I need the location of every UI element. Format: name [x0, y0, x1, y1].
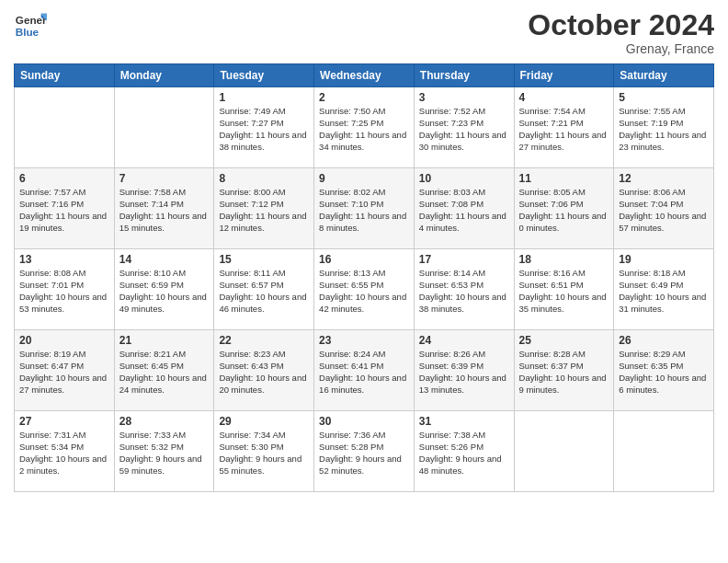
day-info: Sunrise: 8:11 AM Sunset: 6:57 PM Dayligh… — [219, 268, 309, 315]
day-number: 31 — [419, 415, 509, 428]
day-cell: 16Sunrise: 8:13 AM Sunset: 6:55 PM Dayli… — [314, 249, 415, 330]
weekday-header-cell: Friday — [514, 64, 614, 87]
day-number: 27 — [19, 415, 109, 428]
day-number: 11 — [519, 172, 609, 185]
day-cell: 22Sunrise: 8:23 AM Sunset: 6:43 PM Dayli… — [214, 330, 314, 411]
weekday-header-cell: Wednesday — [314, 64, 415, 87]
day-cell: 21Sunrise: 8:21 AM Sunset: 6:45 PM Dayli… — [114, 330, 214, 411]
day-cell — [15, 87, 115, 168]
day-info: Sunrise: 7:54 AM Sunset: 7:21 PM Dayligh… — [519, 106, 609, 153]
day-number: 23 — [319, 334, 409, 347]
day-cell — [114, 87, 214, 168]
day-cell: 25Sunrise: 8:28 AM Sunset: 6:37 PM Dayli… — [514, 330, 614, 411]
day-info: Sunrise: 8:18 AM Sunset: 6:49 PM Dayligh… — [619, 268, 709, 315]
day-cell: 24Sunrise: 8:26 AM Sunset: 6:39 PM Dayli… — [414, 330, 514, 411]
day-cell: 10Sunrise: 8:03 AM Sunset: 7:08 PM Dayli… — [414, 168, 514, 249]
day-cell: 1Sunrise: 7:49 AM Sunset: 7:27 PM Daylig… — [214, 87, 314, 168]
day-info: Sunrise: 7:55 AM Sunset: 7:19 PM Dayligh… — [619, 106, 709, 153]
day-number: 29 — [219, 415, 309, 428]
day-cell: 30Sunrise: 7:36 AM Sunset: 5:28 PM Dayli… — [314, 411, 415, 492]
day-info: Sunrise: 8:05 AM Sunset: 7:06 PM Dayligh… — [519, 187, 609, 234]
day-number: 4 — [519, 91, 609, 104]
day-cell: 7Sunrise: 7:58 AM Sunset: 7:14 PM Daylig… — [114, 168, 214, 249]
day-number: 22 — [219, 334, 309, 347]
day-info: Sunrise: 8:24 AM Sunset: 6:41 PM Dayligh… — [319, 349, 409, 396]
week-row: 1Sunrise: 7:49 AM Sunset: 7:27 PM Daylig… — [15, 87, 714, 168]
day-cell: 4Sunrise: 7:54 AM Sunset: 7:21 PM Daylig… — [514, 87, 614, 168]
day-number: 7 — [119, 172, 210, 185]
day-cell: 18Sunrise: 8:16 AM Sunset: 6:51 PM Dayli… — [514, 249, 614, 330]
day-number: 5 — [619, 91, 709, 104]
day-cell: 23Sunrise: 8:24 AM Sunset: 6:41 PM Dayli… — [314, 330, 415, 411]
day-info: Sunrise: 8:23 AM Sunset: 6:43 PM Dayligh… — [219, 349, 309, 396]
logo: GeneralBlue — [14, 9, 47, 42]
day-number: 24 — [419, 334, 509, 347]
day-info: Sunrise: 8:13 AM Sunset: 6:55 PM Dayligh… — [319, 268, 409, 315]
day-cell: 5Sunrise: 7:55 AM Sunset: 7:19 PM Daylig… — [614, 87, 714, 168]
day-info: Sunrise: 7:49 AM Sunset: 7:27 PM Dayligh… — [219, 106, 309, 153]
day-number: 1 — [219, 91, 309, 104]
day-info: Sunrise: 8:10 AM Sunset: 6:59 PM Dayligh… — [119, 268, 210, 315]
day-info: Sunrise: 8:08 AM Sunset: 7:01 PM Dayligh… — [19, 268, 109, 315]
weekday-header-row: SundayMondayTuesdayWednesdayThursdayFrid… — [15, 64, 714, 87]
day-info: Sunrise: 8:21 AM Sunset: 6:45 PM Dayligh… — [119, 349, 210, 396]
day-cell: 6Sunrise: 7:57 AM Sunset: 7:16 PM Daylig… — [15, 168, 115, 249]
day-cell: 27Sunrise: 7:31 AM Sunset: 5:34 PM Dayli… — [15, 411, 115, 492]
day-number: 10 — [419, 172, 509, 185]
day-number: 9 — [319, 172, 409, 185]
day-number: 18 — [519, 253, 609, 266]
day-info: Sunrise: 7:58 AM Sunset: 7:14 PM Dayligh… — [119, 187, 210, 234]
month-title: October 2024 — [528, 9, 714, 41]
day-number: 21 — [119, 334, 210, 347]
day-info: Sunrise: 7:38 AM Sunset: 5:26 PM Dayligh… — [419, 430, 509, 477]
day-number: 25 — [519, 334, 609, 347]
day-info: Sunrise: 8:00 AM Sunset: 7:12 PM Dayligh… — [219, 187, 309, 234]
weekday-header-cell: Sunday — [15, 64, 115, 87]
location: Grenay, France — [528, 41, 714, 56]
page: GeneralBlue October 2024 Grenay, France … — [0, 0, 728, 563]
day-cell: 28Sunrise: 7:33 AM Sunset: 5:32 PM Dayli… — [114, 411, 214, 492]
day-cell: 29Sunrise: 7:34 AM Sunset: 5:30 PM Dayli… — [214, 411, 314, 492]
weekday-header-cell: Thursday — [414, 64, 514, 87]
logo-icon: GeneralBlue — [14, 9, 47, 42]
day-cell: 14Sunrise: 8:10 AM Sunset: 6:59 PM Dayli… — [114, 249, 214, 330]
day-cell: 3Sunrise: 7:52 AM Sunset: 7:23 PM Daylig… — [414, 87, 514, 168]
day-number: 20 — [19, 334, 109, 347]
day-number: 8 — [219, 172, 309, 185]
day-number: 12 — [619, 172, 709, 185]
weekday-header-cell: Tuesday — [214, 64, 314, 87]
day-cell: 26Sunrise: 8:29 AM Sunset: 6:35 PM Dayli… — [614, 330, 714, 411]
day-info: Sunrise: 8:28 AM Sunset: 6:37 PM Dayligh… — [519, 349, 609, 396]
day-number: 2 — [319, 91, 409, 104]
day-number: 15 — [219, 253, 309, 266]
weekday-header-cell: Monday — [114, 64, 214, 87]
day-info: Sunrise: 7:52 AM Sunset: 7:23 PM Dayligh… — [419, 106, 509, 153]
day-cell: 12Sunrise: 8:06 AM Sunset: 7:04 PM Dayli… — [614, 168, 714, 249]
calendar-table: SundayMondayTuesdayWednesdayThursdayFrid… — [14, 63, 714, 492]
day-cell — [514, 411, 614, 492]
day-info: Sunrise: 8:29 AM Sunset: 6:35 PM Dayligh… — [619, 349, 709, 396]
day-number: 17 — [419, 253, 509, 266]
day-info: Sunrise: 8:06 AM Sunset: 7:04 PM Dayligh… — [619, 187, 709, 234]
day-number: 13 — [19, 253, 109, 266]
header: GeneralBlue October 2024 Grenay, France — [14, 9, 714, 56]
day-info: Sunrise: 8:03 AM Sunset: 7:08 PM Dayligh… — [419, 187, 509, 234]
day-cell: 13Sunrise: 8:08 AM Sunset: 7:01 PM Dayli… — [15, 249, 115, 330]
day-number: 14 — [119, 253, 210, 266]
day-info: Sunrise: 8:19 AM Sunset: 6:47 PM Dayligh… — [19, 349, 109, 396]
day-number: 26 — [619, 334, 709, 347]
day-number: 6 — [19, 172, 109, 185]
day-info: Sunrise: 7:50 AM Sunset: 7:25 PM Dayligh… — [319, 106, 409, 153]
day-cell: 2Sunrise: 7:50 AM Sunset: 7:25 PM Daylig… — [314, 87, 415, 168]
day-info: Sunrise: 8:26 AM Sunset: 6:39 PM Dayligh… — [419, 349, 509, 396]
day-number: 3 — [419, 91, 509, 104]
day-cell: 15Sunrise: 8:11 AM Sunset: 6:57 PM Dayli… — [214, 249, 314, 330]
calendar-body: 1Sunrise: 7:49 AM Sunset: 7:27 PM Daylig… — [15, 87, 714, 492]
day-info: Sunrise: 7:34 AM Sunset: 5:30 PM Dayligh… — [219, 430, 309, 477]
day-cell — [614, 411, 714, 492]
week-row: 20Sunrise: 8:19 AM Sunset: 6:47 PM Dayli… — [15, 330, 714, 411]
day-cell: 9Sunrise: 8:02 AM Sunset: 7:10 PM Daylig… — [314, 168, 415, 249]
day-cell: 31Sunrise: 7:38 AM Sunset: 5:26 PM Dayli… — [414, 411, 514, 492]
day-number: 19 — [619, 253, 709, 266]
week-row: 13Sunrise: 8:08 AM Sunset: 7:01 PM Dayli… — [15, 249, 714, 330]
